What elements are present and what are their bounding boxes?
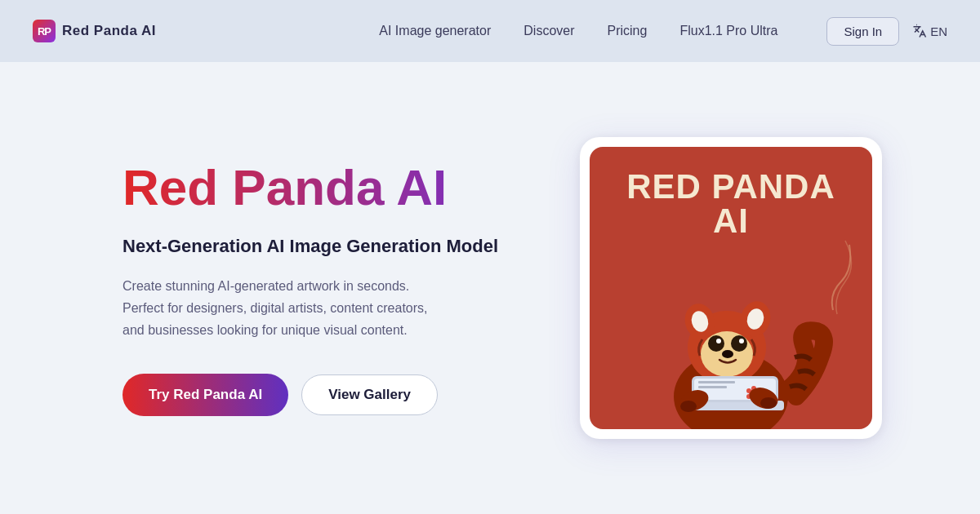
- svg-point-28: [760, 397, 777, 409]
- hero-subtitle: Next-Generation AI Image Generation Mode…: [122, 235, 514, 259]
- image-overlay-title: RED PANDA AI: [590, 170, 872, 238]
- hero-buttons: Try Red Panda AI View Gallery: [122, 374, 514, 416]
- hero-content: Red Panda AI Next-Generation AI Image Ge…: [122, 160, 514, 416]
- svg-point-5: [716, 339, 721, 343]
- svg-rect-15: [698, 381, 735, 383]
- nav-links: AI Image generator Discover Pricing Flux…: [379, 24, 777, 38]
- navbar: RP Red Panda AI AI Image generator Disco…: [0, 0, 980, 62]
- hero-description: Create stunning AI-generated artwork in …: [122, 275, 433, 342]
- svg-point-6: [739, 339, 744, 343]
- hero-image-area: RED PANDA AI: [580, 137, 882, 439]
- svg-point-3: [708, 335, 724, 352]
- nav-link-discover[interactable]: Discover: [523, 24, 574, 38]
- hero-title: Red Panda AI: [122, 160, 514, 215]
- svg-point-27: [680, 401, 697, 412]
- product-image-card: RED PANDA AI: [580, 137, 882, 439]
- nav-link-flux[interactable]: Flux1.1 Pro Ultra: [679, 24, 777, 38]
- lang-label: EN: [930, 24, 947, 38]
- svg-rect-16: [698, 386, 727, 388]
- translate-icon: [912, 24, 927, 38]
- logo-link[interactable]: RP Red Panda AI: [33, 20, 156, 42]
- nav-link-pricing[interactable]: Pricing: [608, 24, 648, 38]
- svg-point-4: [731, 335, 747, 352]
- try-button[interactable]: Try Red Panda AI: [122, 374, 288, 416]
- nav-link-ai-image[interactable]: AI Image generator: [379, 24, 491, 38]
- sign-in-button[interactable]: Sign In: [826, 17, 899, 46]
- gallery-button[interactable]: View Gallery: [301, 374, 438, 415]
- svg-point-7: [722, 350, 733, 358]
- image-inner: RED PANDA AI: [590, 147, 872, 429]
- logo-icon: RP: [33, 20, 56, 42]
- panda-illustration: [590, 266, 872, 429]
- nav-right: Sign In EN: [826, 17, 947, 46]
- language-button[interactable]: EN: [912, 24, 947, 38]
- hero-section: Red Panda AI Next-Generation AI Image Ge…: [0, 62, 980, 514]
- logo-text: Red Panda AI: [62, 23, 156, 39]
